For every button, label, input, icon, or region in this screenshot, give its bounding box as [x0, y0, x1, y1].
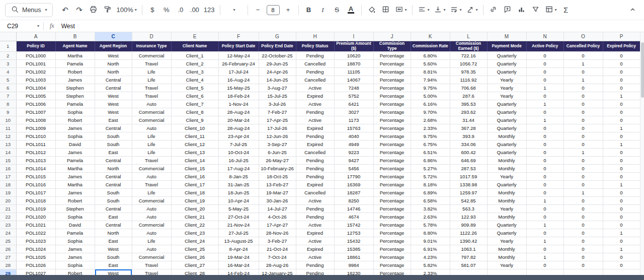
cell-N5[interactable]: 0: [526, 76, 564, 84]
column-header-B[interactable]: B: [55, 32, 95, 41]
cell-I15[interactable]: 9427: [334, 156, 373, 164]
cell-F29[interactable]: 14-Feb-24: [218, 269, 259, 275]
cell-M5[interactable]: Yearly: [487, 76, 526, 84]
cell-D3[interactable]: Travel: [132, 59, 171, 67]
cell-H23[interactable]: Active: [296, 221, 334, 229]
cell-I3[interactable]: 18870: [334, 59, 373, 67]
cell-E14[interactable]: Client_13: [171, 148, 218, 156]
cell-F5[interactable]: 16-Aug-24: [218, 76, 259, 84]
cell-P8[interactable]: 0: [603, 100, 640, 108]
cell-O24[interactable]: 0: [564, 229, 603, 237]
cell-H19[interactable]: Cancelled: [296, 188, 334, 196]
cell-M12[interactable]: Monthly: [487, 132, 526, 140]
row-header-7[interactable]: 7: [0, 92, 16, 100]
cell-O11[interactable]: 0: [564, 124, 603, 132]
cell-K8[interactable]: 6.16%: [411, 100, 450, 108]
cell-P24[interactable]: 1: [603, 229, 640, 237]
cell-B20[interactable]: Robert: [55, 196, 95, 204]
cell-A19[interactable]: POL1017: [16, 188, 55, 196]
decrease-decimals-button[interactable]: .0: [174, 4, 187, 17]
cell-J5[interactable]: Percentage: [373, 76, 411, 84]
cell-D19[interactable]: Life: [132, 188, 171, 196]
cell-J8[interactable]: Percentage: [373, 100, 411, 108]
cell-G10[interactable]: 17-Apr-25: [259, 116, 296, 124]
cell-O26[interactable]: 0: [564, 245, 603, 253]
cell-E18[interactable]: Client_17: [171, 180, 218, 188]
cell-M23[interactable]: Quarterly: [487, 221, 526, 229]
cell-K6[interactable]: 9.75%: [411, 84, 450, 92]
row-header-4[interactable]: 4: [0, 67, 16, 76]
cell-J28[interactable]: Percentage: [373, 261, 411, 269]
cell-M24[interactable]: Quarterly: [487, 229, 526, 237]
cell-L28[interactable]: 581.07: [450, 261, 487, 269]
italic-button[interactable]: I: [316, 4, 330, 17]
cell-G19[interactable]: 19-Mar-27: [259, 188, 296, 196]
cell-P27[interactable]: 0: [603, 253, 640, 261]
cell-O23[interactable]: 0: [564, 221, 603, 229]
cell-D7[interactable]: Travel: [132, 92, 171, 100]
fill-color-button[interactable]: [365, 4, 378, 17]
cell-G7[interactable]: 15-Jul-25: [259, 92, 296, 100]
cell-D21[interactable]: Auto: [132, 204, 171, 213]
cell-E13[interactable]: Client_12: [171, 140, 218, 148]
cell-H11[interactable]: Expired: [296, 124, 334, 132]
cell-H16[interactable]: Pending: [296, 164, 334, 172]
cell-K2[interactable]: 6.80%: [411, 51, 450, 59]
paint-format-button[interactable]: [101, 4, 114, 17]
cell-H12[interactable]: Pending: [296, 132, 334, 140]
cell-L20[interactable]: 542.85: [450, 196, 487, 204]
cell-M21[interactable]: Yearly: [487, 204, 526, 213]
cell-M9[interactable]: Quarterly: [487, 108, 526, 116]
cell-F28[interactable]: 16-Mar-24: [218, 261, 259, 269]
cell-K3[interactable]: 5.60%: [411, 59, 450, 67]
row-header-21[interactable]: 21: [0, 204, 16, 213]
cell-L9[interactable]: 293.62: [450, 108, 487, 116]
cell-C17[interactable]: Central: [95, 172, 132, 180]
cell-L10[interactable]: 31.44: [450, 116, 487, 124]
cell-F26[interactable]: 8-Apr-24: [218, 245, 259, 253]
insert-chart-button[interactable]: [515, 4, 528, 17]
cell-C27[interactable]: South: [95, 253, 132, 261]
cell-B19[interactable]: James: [55, 188, 95, 196]
cell-K13[interactable]: 6.75%: [411, 140, 450, 148]
cell-E4[interactable]: Client_3: [171, 67, 218, 76]
cell-H27[interactable]: Active: [296, 253, 334, 261]
cell-J1[interactable]: Commission Type: [373, 41, 411, 51]
cell-I4[interactable]: 11105: [334, 67, 373, 76]
cell-O10[interactable]: 0: [564, 116, 603, 124]
cell-H28[interactable]: Pending: [296, 261, 334, 269]
cell-A24[interactable]: POL1022: [16, 229, 55, 237]
cell-N12[interactable]: 0: [526, 132, 564, 140]
column-header-K[interactable]: K: [411, 32, 450, 41]
cell-N28[interactable]: 0: [526, 261, 564, 269]
cell-A9[interactable]: POL1007: [16, 108, 55, 116]
column-header-P[interactable]: P: [603, 32, 640, 41]
cell-F4[interactable]: 17-Jul-24: [218, 67, 259, 76]
cell-J19[interactable]: Percentage: [373, 188, 411, 196]
scrollbar-thumb[interactable]: [641, 42, 644, 98]
redo-button[interactable]: ↷: [73, 4, 86, 17]
cell-I25[interactable]: 15432: [334, 237, 373, 245]
cell-J10[interactable]: Percentage: [373, 116, 411, 124]
cell-N4[interactable]: 0: [526, 67, 564, 76]
cell-O29[interactable]: [564, 269, 603, 275]
cell-L22[interactable]: 122.93: [450, 213, 487, 221]
cell-J27[interactable]: Percentage: [373, 253, 411, 261]
cell-P9[interactable]: 0: [603, 108, 640, 116]
cell-O5[interactable]: 1: [564, 76, 603, 84]
cell-I1[interactable]: Premium Amount ($): [334, 41, 373, 51]
cell-D4[interactable]: Life: [132, 67, 171, 76]
cell-N22[interactable]: 0: [526, 213, 564, 221]
cell-G1[interactable]: Policy End Date: [259, 41, 296, 51]
cell-G2[interactable]: 22-October-25: [259, 51, 296, 59]
cell-J21[interactable]: Percentage: [373, 204, 411, 213]
row-header-6[interactable]: 6: [0, 84, 16, 92]
cell-N10[interactable]: 1: [526, 116, 564, 124]
cell-C4[interactable]: North: [95, 67, 132, 76]
cell-A5[interactable]: POL1003: [16, 76, 55, 84]
column-header-N[interactable]: N: [526, 32, 564, 41]
cell-E29[interactable]: Client_28: [171, 269, 218, 275]
cell-N8[interactable]: 1: [526, 100, 564, 108]
cell-I14[interactable]: 9223: [334, 148, 373, 156]
cell-P20[interactable]: 0: [603, 196, 640, 204]
